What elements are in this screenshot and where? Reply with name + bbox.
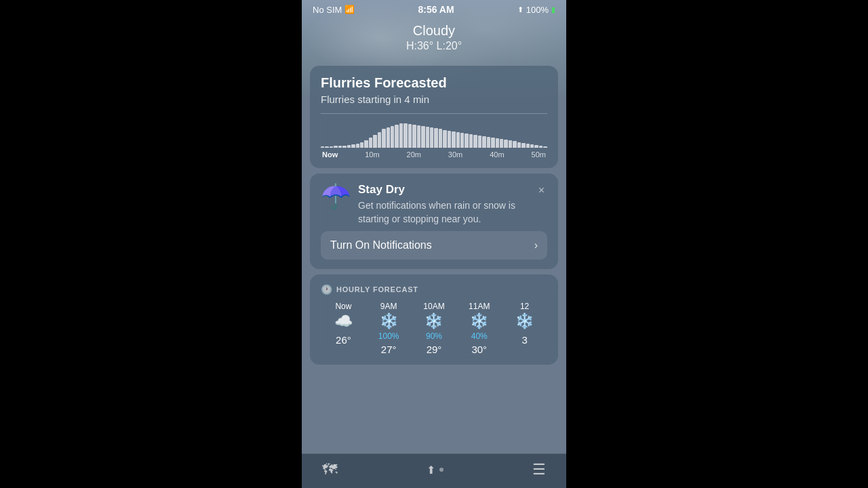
hourly-precip: 100% [378, 331, 399, 341]
carrier-text: No SIM [313, 5, 342, 15]
hourly-item: 11AM❄️40%30° [456, 302, 502, 355]
hourly-precip: 90% [426, 331, 442, 341]
precip-bar [356, 144, 359, 148]
precip-bar [382, 129, 385, 148]
precip-bar [448, 131, 451, 148]
wifi-icon: 📶 [344, 5, 355, 14]
precip-bar [543, 146, 547, 148]
precip-bar [421, 126, 425, 148]
status-time: 8:56 AM [418, 4, 454, 15]
hourly-temp: 30° [471, 344, 487, 355]
precip-bar [373, 135, 376, 148]
precip-bar [496, 138, 499, 148]
stay-dry-text: Stay Dry Get notifications when rain or … [358, 183, 536, 226]
weather-condition: Cloudy [302, 23, 566, 39]
stay-dry-content: ☂️ Stay Dry Get notifications when rain … [321, 183, 536, 226]
precip-bar [434, 128, 437, 148]
nav-indicator-dot [439, 468, 443, 472]
stay-dry-description: Get notifications when rain or snow is s… [358, 199, 536, 226]
precip-bar [347, 145, 351, 148]
precip-bar [439, 129, 442, 148]
precip-bar [504, 140, 507, 148]
precip-bar [378, 132, 381, 148]
hourly-time: Now [335, 302, 351, 311]
precip-bar [430, 127, 433, 148]
list-icon[interactable]: ☰ [532, 461, 546, 479]
precip-bar [395, 125, 398, 148]
precip-bar [534, 145, 538, 148]
precip-bar [417, 125, 420, 148]
precip-bar [391, 126, 394, 148]
hourly-temp: 29° [427, 344, 442, 355]
precip-bar [460, 133, 464, 148]
hourly-weather-icon: ❄️ [515, 314, 534, 329]
precip-bar [517, 142, 521, 148]
close-button[interactable]: × [536, 183, 547, 198]
status-carrier: No SIM 📶 [313, 5, 355, 15]
chevron-right-icon: › [534, 239, 538, 251]
status-bar: No SIM 📶 8:56 AM ⬆ 100% ▮ [302, 0, 566, 18]
precip-bar [330, 146, 333, 148]
flurries-card: Flurries Forecasted Flurries starting in… [310, 66, 558, 168]
hourly-item: 10AM❄️90%29° [412, 302, 457, 355]
precip-bar [351, 144, 355, 148]
precip-bar [509, 140, 512, 148]
precip-bar [321, 146, 324, 148]
precip-bar [403, 123, 407, 148]
precip-bar [456, 132, 460, 148]
chart-label-now: Now [322, 150, 338, 159]
precip-bar [412, 125, 416, 148]
stay-dry-header: ☂️ Stay Dry Get notifications when rain … [321, 183, 547, 226]
hourly-time: 10AM [423, 302, 444, 311]
precip-bar [539, 146, 542, 148]
precip-bar [530, 144, 534, 148]
turn-on-notifications-button[interactable]: Turn On Notifications › [321, 231, 547, 260]
precip-bar [469, 134, 473, 148]
precip-bar [482, 136, 486, 148]
weather-temps: H:36° L:20° [302, 40, 566, 52]
precip-bar [342, 146, 346, 148]
precip-bar [521, 143, 525, 148]
hourly-weather-icon: ❄️ [470, 314, 488, 329]
precip-bar [387, 127, 390, 148]
hourly-time: 11AM [469, 302, 490, 311]
precip-chart [321, 121, 547, 148]
weather-header: Cloudy H:36° L:20° [302, 18, 566, 60]
stay-dry-title: Stay Dry [358, 183, 536, 197]
precip-bar [338, 146, 342, 148]
precip-bar [478, 136, 481, 148]
hourly-item: Now☁️26° [321, 302, 366, 355]
chart-label-30m: 30m [448, 150, 462, 159]
bottom-nav: 🗺 ⬆ ☰ [302, 453, 566, 488]
precip-bar [325, 146, 328, 148]
hourly-weather-icon: ❄️ [380, 314, 398, 329]
precip-bar [500, 139, 503, 148]
location-icon[interactable]: ⬆ [427, 464, 435, 476]
precip-bar [465, 134, 468, 148]
precip-bar [426, 127, 429, 148]
stay-dry-card: ☂️ Stay Dry Get notifications when rain … [310, 174, 558, 269]
hourly-time: 12 [520, 302, 529, 311]
hourly-temp: 27° [381, 344, 397, 355]
precip-bar [513, 141, 516, 148]
precip-bar [526, 144, 530, 148]
map-icon[interactable]: 🗺 [322, 461, 337, 479]
hourly-forecast-title: HOURLY FORECAST [336, 285, 418, 293]
battery-text: 100% [526, 5, 549, 15]
umbrella-icon: ☂️ [321, 184, 351, 209]
chart-labels: Now 10m 20m 30m 40m 50m [321, 150, 547, 159]
precip-bar [443, 130, 446, 148]
hourly-time: 9AM [380, 302, 397, 311]
hourly-item: 9AM❄️100%27° [366, 302, 412, 355]
precip-bar [369, 138, 372, 148]
chart-label-20m: 20m [407, 150, 421, 159]
precip-bar [364, 140, 368, 148]
hourly-temp: 3 [521, 334, 527, 346]
chart-label-40m: 40m [490, 150, 504, 159]
chart-label-10m: 10m [365, 150, 379, 159]
flurries-title: Flurries Forecasted [321, 75, 547, 91]
location-arrow-icon: ⬆ [517, 5, 524, 14]
battery-icon: ▮ [551, 5, 555, 14]
content-area: Flurries Forecasted Flurries starting in… [302, 60, 566, 453]
clock-icon: 🕐 [321, 284, 332, 295]
